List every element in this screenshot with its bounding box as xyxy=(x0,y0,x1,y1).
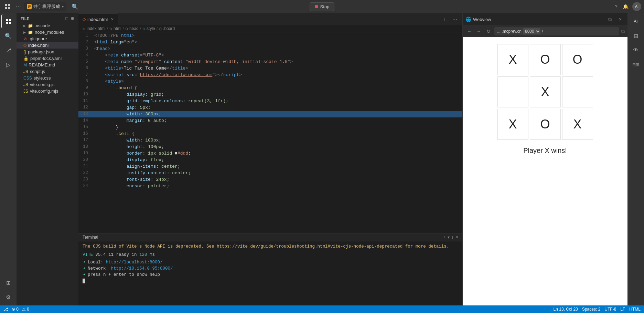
topbar: ⋯ 井 井宁棋呼服成 ▾ 🔍 Stop ? 🔔 AI xyxy=(0,0,644,13)
line-content: cursor: pointer; xyxy=(93,183,462,189)
network-url[interactable]: http://10.154.0.95:8000/ xyxy=(111,266,173,271)
port-select[interactable]: 8000 xyxy=(523,28,540,34)
ttt-cell[interactable]: X xyxy=(497,44,528,75)
avatar[interactable]: AI xyxy=(632,2,641,11)
file-icon-json: {} xyxy=(23,50,26,54)
sep: / xyxy=(107,26,108,31)
line-number: 3 xyxy=(78,45,93,52)
split-terminal-icon[interactable]: ⫶ xyxy=(452,235,454,240)
menu-icon[interactable]: ⋯ xyxy=(14,3,22,10)
file-icon-md: M xyxy=(23,63,27,67)
vite-label: VITE xyxy=(83,252,96,257)
webview-close-icon[interactable]: × xyxy=(616,15,625,24)
browser-forward-icon[interactable]: → xyxy=(475,28,483,35)
new-folder-icon[interactable]: ⊞ xyxy=(71,16,75,21)
code-line: 8 <style> xyxy=(78,78,462,85)
sidebar-icon-git[interactable]: ⎇ xyxy=(1,43,15,57)
sidebar-icon-extensions[interactable]: ⊞ xyxy=(1,276,15,290)
file-label: package.json xyxy=(28,49,54,54)
file-item-script-js[interactable]: JS script.js xyxy=(17,68,78,75)
ttt-cell[interactable]: O xyxy=(562,44,593,75)
local-url[interactable]: http://localhost:8000/ xyxy=(106,260,163,265)
line-content: width: 300px; xyxy=(93,111,462,117)
terminal-body[interactable]: The CJS build of Vite's Node API is depr… xyxy=(78,241,462,305)
encoding: UTF-8 xyxy=(604,307,616,312)
line-content: <meta charset="UTF-8"> xyxy=(93,52,462,59)
browser-refresh-icon[interactable]: ↻ xyxy=(485,28,492,35)
explorer-header-icons: □ ⊞ xyxy=(65,16,74,21)
add-terminal-chevron[interactable]: ▾ xyxy=(448,235,450,240)
code-editor: ◇ index.html × ⫶ ⋯ ◇ index.html / ◇ html… xyxy=(78,13,462,305)
terminal-panel: Terminal + ▾ ⫶ × The CJS build of Vite's… xyxy=(78,233,462,305)
html-file-icon: ◇ xyxy=(83,17,86,22)
project-tab-icon: 井 xyxy=(27,4,32,9)
file-item-node-modules[interactable]: ▶ 📁 node_modules xyxy=(17,29,78,35)
file-item-vite-config-mjs[interactable]: JS vite.config.mjs xyxy=(17,88,78,94)
line-number: 7 xyxy=(78,72,93,78)
ttt-cell[interactable]: O xyxy=(530,44,561,75)
code-area[interactable]: 1<!DOCTYPE html>2<html lang="en">3<head>… xyxy=(78,32,462,233)
sidebar-icon-explorer[interactable] xyxy=(1,14,15,28)
file-item-readme[interactable]: M README.md xyxy=(17,62,78,68)
sidebar-icon-settings[interactable]: ⚙ xyxy=(1,290,15,304)
browser-url-bar[interactable]: ... .mcprev.cn 8000 / xyxy=(494,27,619,35)
file-item-vite-config-js[interactable]: JS vite.config.js xyxy=(17,81,78,88)
file-item-style-css[interactable]: CSS style.css xyxy=(17,75,78,81)
activity-bar-icon[interactable] xyxy=(3,2,12,11)
sidebar-icon-debug[interactable]: ▷ xyxy=(1,58,15,72)
right-sidebar-icon1[interactable]: ⊞ xyxy=(629,29,643,43)
open-in-browser-icon[interactable]: ⧉ xyxy=(621,29,625,34)
ttt-cell[interactable] xyxy=(562,76,593,107)
cursor xyxy=(83,279,85,283)
project-tab[interactable]: 井 井宁棋呼服成 ▾ xyxy=(24,2,66,11)
new-file-icon[interactable]: □ xyxy=(65,16,68,21)
line-content: .board { xyxy=(93,85,462,91)
file-label: vite.config.js xyxy=(30,82,55,87)
browser-back-icon[interactable]: ← xyxy=(465,28,473,35)
right-sidebar-icon2[interactable]: 👁 xyxy=(629,43,643,57)
webview-header-right: ⧉ × xyxy=(605,15,625,24)
more-actions-icon[interactable]: ⋯ xyxy=(450,14,460,24)
file-label: style.css xyxy=(34,75,51,81)
code-line: 5 <meta name="viewport" content="width=d… xyxy=(78,59,462,65)
breadcrumb-index: index.html xyxy=(87,26,106,31)
help-icon[interactable]: ? xyxy=(613,3,619,10)
code-line: 15 } xyxy=(78,124,462,131)
topbar-left: ⋯ 井 井宁棋呼服成 ▾ 🔍 xyxy=(3,2,214,11)
topbar-right: ? 🔔 AI xyxy=(430,2,641,11)
sidebar-icon-search[interactable]: 🔍 xyxy=(1,29,15,43)
code-line: 13 width: 300px; xyxy=(78,111,462,117)
line-number: 5 xyxy=(78,59,93,65)
ttt-cell[interactable] xyxy=(497,76,528,107)
file-item-package-json[interactable]: {} package.json xyxy=(17,49,78,55)
ttt-cell[interactable]: X xyxy=(562,109,593,140)
line-number: 16 xyxy=(78,131,93,137)
git-branch[interactable]: ⎇ xyxy=(3,307,8,312)
file-item-pnpm-lock[interactable]: 🔒 pnpm-lock.yaml xyxy=(17,55,78,62)
file-item-gitignore[interactable]: ⊘ .gitignore xyxy=(17,35,78,42)
webview-open-external-icon[interactable]: ⧉ xyxy=(605,15,614,24)
right-sidebar-icon3[interactable]: ⊞⊞ xyxy=(629,58,643,72)
add-terminal-icon[interactable]: + xyxy=(443,235,446,240)
ttt-cell[interactable]: X xyxy=(530,76,561,107)
close-terminal-icon[interactable]: × xyxy=(456,235,458,240)
stop-button[interactable]: Stop xyxy=(310,2,335,11)
ttt-board[interactable]: XOOXXOX xyxy=(497,44,593,140)
line-number: 11 xyxy=(78,98,93,104)
terminal-local-line: ➜ Local: http://localhost:8000/ xyxy=(83,259,458,265)
ttt-cell[interactable]: O xyxy=(530,109,561,140)
right-sidebar-ai-icon[interactable]: AI xyxy=(629,14,643,28)
search-icon[interactable]: 🔍 xyxy=(71,3,79,10)
line-content: } xyxy=(93,124,462,131)
file-item-index-html[interactable]: ◇ index.html xyxy=(17,42,78,49)
file-item-vscode[interactable]: ▶ 📁 .vscode xyxy=(17,22,78,29)
close-tab-icon[interactable]: × xyxy=(111,17,114,22)
file-icon-js: JS xyxy=(23,69,28,74)
bell-icon[interactable]: 🔔 xyxy=(623,3,629,10)
editor-tab-index-html[interactable]: ◇ index.html × xyxy=(78,13,118,25)
sep: / xyxy=(140,26,141,31)
ttt-cell[interactable]: X xyxy=(497,109,528,140)
code-line: 10 display: grid; xyxy=(78,91,462,98)
file-label: .vscode xyxy=(35,23,50,28)
split-editor-icon[interactable]: ⫶ xyxy=(439,14,449,24)
